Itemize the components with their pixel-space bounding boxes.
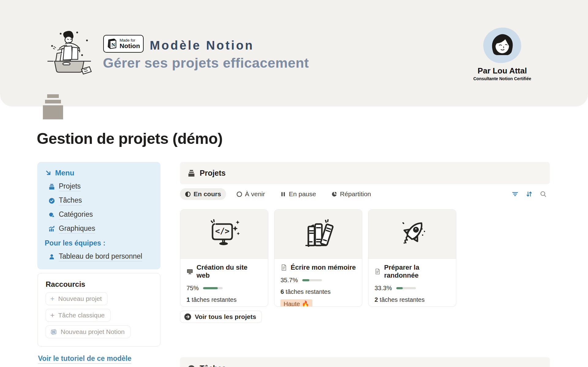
page-cover: N Made for Notion Modèle Notion Gérer se… [0,0,588,107]
sidebar-item-projets[interactable]: Projets [48,182,153,191]
projects-section-title: Projets [200,169,226,178]
svg-text:</>: </> [215,227,230,236]
monitor-icon [187,268,193,275]
hero-subtitle: Gérer ses projets efficacement [103,55,309,71]
made-for-notion-badge: N Made for Notion [103,35,144,53]
sidebar-item-graphiques[interactable]: Graphiques [48,224,153,234]
progress-percent: 33.3% [375,285,392,292]
project-card-creation-site-web[interactable]: </> [180,209,268,307]
progress-bar [396,287,416,289]
tasks-remaining: 6 tâches restantes [281,288,356,295]
pause-icon [280,191,286,197]
sidebar-item-taches[interactable]: Tâches [48,196,153,205]
project-card-ecrire-memoire[interactable]: Écrire mon mémoire 35.7% 6 tâches restan… [274,209,362,307]
new-notion-project-button[interactable]: Nouveau projet Notion [46,325,130,338]
tab-repartition[interactable]: Répartition [326,188,376,200]
shortcuts-title: Raccourcis [46,280,152,289]
project-title: Préparer la randonnée [384,264,450,279]
svg-text:N: N [111,42,115,48]
badge-small-text: Made for [120,38,140,43]
fire-emoji: 🔥 [302,301,309,307]
badge-big-text: Notion [120,43,140,49]
project-title: Écrire mon mémoire [291,264,356,272]
notion-logo-icon: N [107,38,117,50]
projects-section-header[interactable]: Projets [180,162,550,184]
author-avatar [483,28,521,63]
author-block: Par Lou Attal Consultante Notion Certifi… [466,28,539,81]
see-all-projects-button[interactable]: Voir tous les projets [180,311,262,323]
new-project-button[interactable]: + Nouveau projet [46,292,107,305]
card-body: Écrire mon mémoire 35.7% 6 tâches restan… [274,259,362,307]
hero-title: Modèle Notion [150,39,254,52]
file-cabinet-icon [48,183,55,190]
sidebar-item-tableau-de-bord[interactable]: Tableau de bord personnel [48,252,153,261]
circle-outline-icon [236,191,242,197]
tasks-section-title: Tâches [200,364,226,367]
menu-header: Menu [45,169,153,177]
avatar-face-illustration [488,30,517,61]
search-icon[interactable] [540,191,547,197]
page-icon-file-cabinet[interactable] [43,94,63,119]
person-icon [48,253,55,260]
project-card-preparer-randonnee[interactable]: Préparer la randonnée 33.3% 2 tâches res… [368,209,456,307]
card-cover [368,210,456,259]
sidebar-item-categories[interactable]: Catégories [48,210,153,219]
plus-icon: + [50,295,55,302]
card-cover [274,210,362,259]
main-content: Projets En cours À venir [180,162,550,367]
tutorial-link[interactable]: Voir le tutoriel de ce modèle [38,354,131,364]
card-cover: </> [180,210,268,259]
card-body: Préparer la randonnée 33.3% 2 tâches res… [368,259,456,307]
author-role: Consultante Notion Certifiée [466,76,539,81]
check-circle-icon [48,197,55,204]
document-icon [375,268,381,275]
half-circle-icon [185,191,191,197]
shortcuts-card: Raccourcis + Nouveau projet + Tâche clas… [37,273,160,346]
project-title: Création du site web [197,264,262,279]
books-illustration [300,217,337,251]
progress-percent: 75% [187,285,199,292]
view-tools [512,191,550,197]
notion-page: N Made for Notion Modèle Notion Gérer se… [0,0,588,367]
arrow-circle-right-icon [184,313,191,320]
menu-subheading: Pour les équipes : [45,239,153,247]
classic-task-button[interactable]: + Tâche classique [46,309,111,322]
tasks-remaining: 2 tâches restantes [375,296,450,303]
project-cards: </> [180,209,550,307]
notion-logo-icon [50,328,57,335]
progress-percent: 35.7% [281,277,298,284]
arrow-down-right-icon [45,169,52,177]
chart-icon [48,226,55,232]
sort-icon[interactable] [526,191,533,197]
tab-en-pause[interactable]: En pause [275,188,321,200]
header-illustration [45,27,94,76]
priority-badge: Haute 🔥 [281,299,312,307]
tab-en-cours[interactable]: En cours [180,188,226,200]
tab-a-venir[interactable]: À venir [232,188,270,200]
menu-card: Menu Projets Tâches [37,162,160,269]
check-circle-icon [187,365,195,367]
rocket-illustration [394,217,431,251]
progress-bar [203,287,223,289]
shapes-icon [48,212,55,218]
file-cabinet-icon [187,169,195,177]
pie-chart-icon [331,191,337,197]
tasks-remaining: 1 tâches restantes [187,296,262,303]
plus-icon: + [50,312,55,319]
progress-bar [302,279,322,281]
menu-title: Menu [55,169,74,177]
page-title: Gestion de projets (démo) [37,130,223,148]
author-name: Par Lou Attal [466,66,539,76]
sidebar: Menu Projets Tâches [37,162,160,367]
tasks-section-header[interactable]: Tâches [180,357,550,367]
document-icon [281,264,287,271]
projects-tabs: En cours À venir En pause [180,189,550,200]
monitor-code-illustration: </> [206,217,243,251]
filter-icon[interactable] [512,191,518,197]
card-body: Création du site web 75% 1 tâches restan… [180,259,268,307]
